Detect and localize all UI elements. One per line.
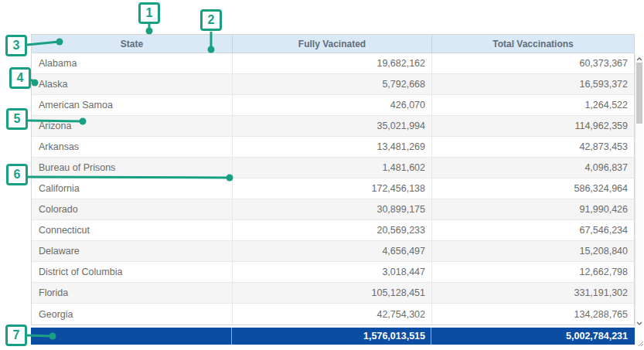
totals-state-cell (31, 328, 231, 345)
fully-vaccinated-cell: 42,754,302 (232, 304, 431, 325)
chevron-down-icon (636, 321, 642, 325)
table-row[interactable]: California172,456,138586,324,964 (32, 178, 634, 199)
data-table: State Fully Vacinated Total Vaccinations… (31, 34, 635, 325)
table-row[interactable]: Alabama19,682,16260,373,367 (32, 53, 634, 74)
table-row[interactable]: Arizona35,021,994114,962,359 (32, 116, 634, 137)
totals-fully-vaccinated-cell: 1,576,013,515 (231, 328, 431, 345)
scroll-down-button[interactable] (635, 318, 643, 328)
column-header-fully-vaccinated[interactable]: Fully Vacinated (232, 35, 431, 53)
fully-vaccinated-cell: 19,682,162 (232, 53, 431, 73)
table-row[interactable]: Georgia42,754,302134,288,765 (32, 304, 634, 325)
total-vaccinations-cell: 331,191,302 (431, 283, 634, 303)
state-cell: Delaware (32, 241, 232, 261)
total-vaccinations-cell: 15,208,840 (431, 241, 634, 261)
total-vaccinations-cell: 1,264,522 (431, 95, 634, 115)
callout-3: 3 (5, 35, 27, 56)
fully-vaccinated-cell: 13,481,269 (232, 137, 431, 157)
total-vaccinations-cell: 42,873,453 (431, 137, 634, 157)
total-vaccinations-cell: 114,962,359 (431, 116, 634, 136)
callout-1: 1 (138, 2, 160, 24)
fully-vaccinated-cell: 5,792,668 (232, 74, 431, 94)
fully-vaccinated-cell: 172,456,138 (232, 178, 431, 199)
vertical-scrollbar[interactable] (635, 54, 643, 328)
column-header-total-vaccinations[interactable]: Total Vaccinations (431, 35, 634, 53)
total-vaccinations-cell: 134,288,765 (431, 304, 634, 325)
table-body: Alabama19,682,16260,373,367Alaska5,792,6… (32, 53, 634, 325)
scrollbar-thumb[interactable] (636, 63, 642, 124)
state-cell: Arkansas (32, 137, 232, 157)
state-cell: Alaska (32, 74, 232, 94)
fully-vaccinated-cell: 1,481,602 (232, 158, 431, 178)
totals-row: 1,576,013,515 5,002,784,231 (31, 328, 635, 345)
state-cell: District of Columbia (32, 262, 232, 282)
totals-total-vaccinations-cell: 5,002,784,231 (431, 328, 633, 345)
fully-vaccinated-cell: 3,018,447 (232, 262, 431, 282)
state-cell: Bureau of Prisons (32, 158, 232, 178)
fully-vaccinated-cell: 30,899,175 (232, 199, 431, 219)
total-vaccinations-cell: 4,096,837 (431, 158, 634, 178)
table-row[interactable]: Delaware4,656,49715,208,840 (32, 241, 634, 262)
callout-6: 6 (6, 164, 28, 185)
table-row[interactable]: Colorado30,899,17591,990,426 (32, 199, 634, 220)
column-header-state[interactable]: State (32, 35, 232, 53)
total-vaccinations-cell: 91,990,426 (431, 199, 634, 219)
table-row[interactable]: Connecticut20,569,23367,546,234 (32, 220, 634, 241)
vaccination-table-page: State Fully Vacinated Total Vaccinations… (0, 0, 644, 350)
table-row[interactable]: Bureau of Prisons1,481,6024,096,837 (32, 158, 634, 178)
state-cell: Florida (32, 283, 232, 303)
fully-vaccinated-cell: 4,656,497 (232, 241, 431, 261)
total-vaccinations-cell: 16,593,372 (431, 74, 634, 94)
table-row[interactable]: District of Columbia3,018,44712,662,798 (32, 262, 634, 283)
state-cell: Alabama (32, 53, 232, 73)
chevron-up-icon (636, 57, 642, 61)
state-cell: California (32, 178, 232, 199)
state-cell: American Samoa (32, 95, 232, 115)
table-header-row: State Fully Vacinated Total Vaccinations (32, 35, 634, 53)
table-row[interactable]: Arkansas13,481,26942,873,453 (32, 137, 634, 158)
fully-vaccinated-cell: 20,569,233 (232, 220, 431, 240)
state-cell: Connecticut (32, 220, 232, 240)
state-cell: Georgia (32, 304, 232, 325)
fully-vaccinated-cell: 35,021,994 (232, 116, 431, 136)
table-row[interactable]: American Samoa426,0701,264,522 (32, 95, 634, 116)
fully-vaccinated-cell: 426,070 (232, 95, 431, 115)
callout-4: 4 (9, 67, 31, 89)
total-vaccinations-cell: 586,324,964 (431, 178, 634, 199)
state-cell: Arizona (32, 116, 232, 136)
table-row[interactable]: Alaska5,792,66816,593,372 (32, 74, 634, 95)
callout-7: 7 (5, 325, 27, 346)
fully-vaccinated-cell: 105,128,451 (232, 283, 431, 303)
resize-grip-icon (638, 341, 644, 347)
total-vaccinations-cell: 67,546,234 (431, 220, 634, 240)
total-vaccinations-cell: 60,373,367 (431, 53, 634, 73)
callout-5: 5 (6, 108, 28, 130)
total-vaccinations-cell: 12,662,798 (431, 262, 634, 282)
table-row[interactable]: Florida105,128,451331,191,302 (32, 283, 634, 304)
state-cell: Colorado (32, 199, 232, 219)
callout-2: 2 (200, 9, 222, 31)
